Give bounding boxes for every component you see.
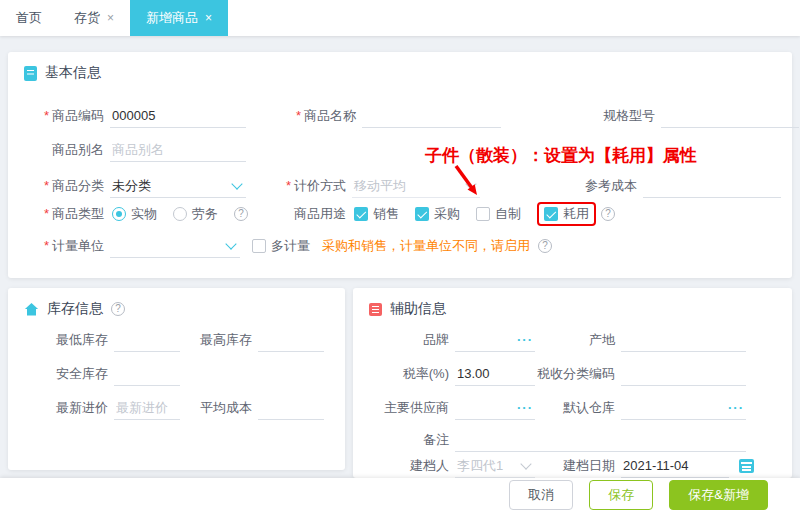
save-and-new-button[interactable]: 保存&新增	[669, 480, 768, 510]
checkbox-checked-icon	[544, 207, 558, 221]
help-icon[interactable]: ?	[538, 239, 552, 253]
product-code-label: 商品编码	[8, 107, 104, 125]
pricing-method-value: 移动平均	[352, 177, 467, 195]
tab-inventory-label: 存货	[74, 9, 100, 27]
reference-cost-input[interactable]	[643, 176, 781, 196]
tab-bar: 首页 存货 × 新增商品 ×	[0, 0, 800, 36]
close-icon[interactable]: ×	[205, 12, 212, 24]
unit-warning-text: 采购和销售，计量单位不同，请启用	[322, 237, 530, 255]
safety-stock-label: 安全库存	[8, 365, 108, 383]
safety-stock-input[interactable]	[114, 364, 180, 384]
warehouse-input[interactable]	[621, 398, 726, 418]
brand-label: 品牌	[353, 331, 449, 349]
radio-service-label: 劳务	[192, 205, 218, 223]
tab-home-label: 首页	[16, 9, 42, 27]
ellipsis-picker-icon[interactable]: ···	[515, 400, 535, 415]
help-icon[interactable]: ?	[601, 207, 615, 221]
checkbox-selfmade[interactable]: 自制	[476, 205, 521, 223]
basic-info-header: 基本信息	[24, 64, 101, 82]
auxiliary-info-header: 辅助信息	[369, 300, 446, 318]
checkbox-selfmade-label: 自制	[495, 205, 521, 223]
product-usage-label: 商品用途	[294, 205, 346, 223]
checkbox-multi-unit[interactable]: 多计量	[252, 237, 310, 255]
tax-rate-label: 税率(%)	[353, 365, 449, 383]
chevron-down-icon	[231, 178, 242, 189]
help-icon[interactable]: ?	[234, 207, 248, 221]
create-date-label: 建档日期	[545, 457, 615, 475]
unit-select[interactable]	[110, 234, 240, 258]
save-button[interactable]: 保存	[589, 480, 653, 510]
product-alias-label: 商品别名	[8, 141, 104, 159]
product-category-select[interactable]: 未分类	[110, 174, 246, 198]
supplier-label: 主要供应商	[353, 399, 449, 417]
creator-label: 建档人	[353, 457, 449, 475]
reference-cost-label: 参考成本	[577, 177, 637, 195]
radio-physical[interactable]: 实物	[112, 205, 157, 223]
house-icon	[24, 302, 39, 317]
origin-input[interactable]	[621, 330, 746, 350]
close-icon[interactable]: ×	[107, 12, 114, 24]
tab-new-product[interactable]: 新增商品 ×	[130, 0, 228, 36]
auxiliary-info-title: 辅助信息	[390, 300, 446, 318]
tax-rate-input[interactable]	[455, 364, 535, 384]
max-stock-input[interactable]	[258, 330, 324, 350]
product-name-input[interactable]	[362, 106, 501, 126]
create-date-input[interactable]	[621, 456, 729, 476]
tab-new-product-label: 新增商品	[146, 9, 198, 27]
tax-code-input[interactable]	[621, 364, 746, 384]
consume-highlight-box: 耗用	[537, 202, 596, 226]
tab-inventory[interactable]: 存货 ×	[58, 0, 130, 36]
origin-label: 产地	[545, 331, 615, 349]
creator-select: 李四代1	[455, 454, 535, 478]
ellipsis-picker-icon[interactable]: ···	[726, 400, 746, 415]
radio-physical-label: 实物	[131, 205, 157, 223]
product-category-value: 未分类	[110, 177, 233, 195]
checkbox-sale-label: 销售	[373, 205, 399, 223]
inventory-info-header: 库存信息 ?	[24, 300, 125, 318]
auxiliary-info-card: 辅助信息 品牌 ··· 产地 税率(%) 税收分类编码 主要供应商 ··· 默认…	[353, 288, 792, 478]
avg-cost-input[interactable]	[258, 398, 324, 418]
product-name-label: 商品名称	[273, 107, 356, 125]
unit-label: 计量单位	[8, 237, 104, 255]
tab-home[interactable]: 首页	[0, 0, 58, 36]
chevron-down-icon	[225, 238, 236, 249]
warehouse-label: 默认仓库	[545, 399, 615, 417]
footer-bar: 取消 保存 保存&新增	[0, 478, 800, 512]
chevron-down-icon	[520, 458, 531, 469]
spec-model-input[interactable]	[661, 106, 799, 126]
spec-model-label: 规格型号	[593, 107, 655, 125]
checkbox-purchase[interactable]: 采购	[415, 205, 460, 223]
list-icon	[369, 303, 382, 316]
checkbox-checked-icon	[415, 207, 429, 221]
cancel-button[interactable]: 取消	[509, 480, 573, 510]
min-stock-input[interactable]	[114, 330, 180, 350]
product-alias-input[interactable]	[110, 140, 246, 160]
product-code-input[interactable]	[110, 106, 246, 126]
latest-price-label: 最新进价	[8, 399, 108, 417]
radio-unchecked-icon	[173, 207, 187, 221]
pricing-method-label: 计价方式	[276, 177, 346, 195]
annotation-arrow	[451, 164, 485, 202]
basic-info-card: 基本信息 子件（散装）：设置为【耗用】属性 商品编码 商品名称 规格型号 商品别…	[8, 52, 792, 278]
min-stock-label: 最低库存	[8, 331, 108, 349]
inventory-info-card: 库存信息 ? 最低库存 最高库存 安全库存 最新进价 平均成本	[8, 288, 345, 470]
product-type-label: 商品类型	[8, 205, 104, 223]
brand-input[interactable]	[455, 330, 515, 350]
remark-input[interactable]	[455, 430, 746, 450]
checkbox-consume[interactable]: 耗用	[544, 205, 589, 223]
radio-checked-icon	[112, 207, 126, 221]
document-icon	[24, 66, 37, 81]
ellipsis-picker-icon[interactable]: ···	[515, 332, 535, 347]
max-stock-label: 最高库存	[190, 331, 252, 349]
help-icon[interactable]: ?	[111, 302, 125, 316]
avg-cost-label: 平均成本	[190, 399, 252, 417]
radio-service[interactable]: 劳务	[173, 205, 218, 223]
basic-info-title: 基本信息	[45, 64, 101, 82]
checkbox-unchecked-icon	[476, 207, 490, 221]
supplier-input[interactable]	[455, 398, 515, 418]
tax-code-label: 税收分类编码	[533, 365, 615, 383]
checkbox-sale[interactable]: 销售	[354, 205, 399, 223]
latest-price-input[interactable]	[114, 398, 180, 418]
calendar-icon[interactable]	[739, 459, 754, 473]
checkbox-consume-label: 耗用	[563, 205, 589, 223]
